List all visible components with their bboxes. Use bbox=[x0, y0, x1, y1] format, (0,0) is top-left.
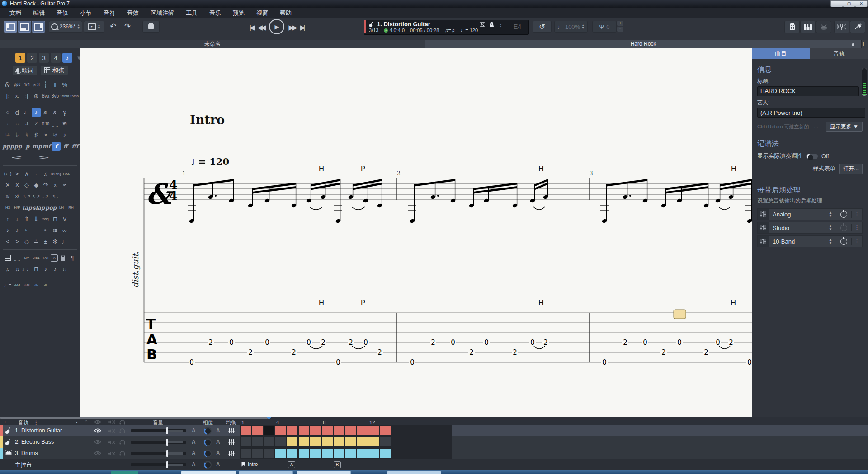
mixer-track-row[interactable]: 1. Distortion GuitarAA bbox=[0, 425, 868, 437]
tab-track[interactable]: 音轨 bbox=[810, 48, 868, 59]
trill-icon[interactable]: tr. bbox=[22, 226, 31, 235]
fretboard-view-button[interactable] bbox=[784, 21, 800, 33]
section-marker-b[interactable]: B bbox=[334, 461, 341, 468]
grid-cell-bar-1[interactable] bbox=[240, 448, 252, 458]
menu-item-视窗[interactable]: 视窗 bbox=[251, 8, 273, 18]
tremolo-picking-icon[interactable]: ═ bbox=[32, 226, 41, 235]
menu-item-区域注解[interactable]: 区域注解 bbox=[146, 8, 179, 18]
section-marker-intro[interactable]: Intro bbox=[241, 461, 258, 467]
quindicesima-15ma-icon[interactable]: 15ma bbox=[60, 92, 69, 101]
dynamic-mf-icon[interactable]: mf bbox=[42, 142, 51, 151]
upstroke-icon[interactable]: V bbox=[60, 215, 69, 224]
rasgueado-icon[interactable]: rasg. bbox=[41, 215, 50, 224]
tempo-marking[interactable]: ♩ = 120 bbox=[191, 156, 229, 167]
doc-tab-hard-rock[interactable]: Hard Rock bbox=[425, 40, 862, 48]
multivoice-button[interactable]: ♪ bbox=[62, 53, 72, 63]
volume-swell-icon[interactable]: ◇ bbox=[22, 237, 31, 246]
stem-auto-icon[interactable]: ♪ bbox=[41, 265, 50, 274]
tuplet-note-icon[interactable]: ♬3 bbox=[32, 80, 41, 89]
alternate-ending-icon[interactable]: x. bbox=[13, 92, 22, 101]
eighth-rest-icon[interactable]: γ bbox=[60, 108, 69, 117]
pinch-harmonic-icon[interactable]: ◆ bbox=[32, 181, 41, 190]
pan-knob[interactable] bbox=[204, 427, 212, 435]
grid-cell-bar-10[interactable] bbox=[344, 437, 356, 447]
slide-ornament-icon[interactable]: ≐ bbox=[32, 237, 41, 246]
grid-cell-bar-2[interactable] bbox=[252, 437, 264, 447]
downstroke-icon[interactable]: ⊓ bbox=[51, 215, 60, 224]
lyrics-button[interactable]: 歌词 bbox=[13, 66, 37, 75]
treble-clef-icon[interactable]: & bbox=[3, 80, 12, 89]
stylesheet-open-button[interactable]: 打开... bbox=[839, 164, 863, 174]
mute-icon[interactable] bbox=[108, 440, 115, 445]
wah-wah-icon[interactable]: ∞ bbox=[60, 226, 69, 235]
ottava-8vb-icon[interactable]: 8vb bbox=[51, 92, 60, 101]
go-to-end-button[interactable]: ▶| bbox=[300, 23, 303, 32]
section-label[interactable]: Intro bbox=[190, 113, 225, 127]
chords-button[interactable]: 和弦 bbox=[41, 66, 68, 75]
effect-power-button[interactable] bbox=[840, 238, 847, 245]
transpose-plus-button[interactable]: + bbox=[617, 21, 623, 26]
taskbar-item[interactable] bbox=[387, 471, 441, 474]
automation-label[interactable]: A bbox=[216, 427, 220, 434]
track-display[interactable]: 1. Distortion Guitar ⋮ E4 3/13 ✓4.0:4.0 … bbox=[364, 20, 529, 35]
grid-cell-bar-2[interactable] bbox=[252, 426, 264, 436]
automation-label[interactable]: A bbox=[192, 439, 196, 445]
grid-cell-bar-9[interactable] bbox=[333, 426, 345, 436]
coda-icon[interactable]: ⊕ bbox=[32, 92, 41, 101]
visibility-eye-icon[interactable] bbox=[94, 451, 101, 455]
channel-eq-button[interactable] bbox=[228, 451, 235, 456]
mute-icon[interactable] bbox=[108, 451, 115, 456]
grid-cell-bar-13[interactable] bbox=[379, 448, 391, 458]
dynamic-ff-icon[interactable]: ff bbox=[61, 142, 70, 151]
grid-cell-bar-9[interactable] bbox=[333, 448, 345, 458]
duration-indicator-icon[interactable]: 2:51 bbox=[32, 253, 41, 263]
fast-forward-button[interactable]: ▶▶ bbox=[289, 23, 296, 32]
transpose-control[interactable]: Ψ 0 bbox=[592, 21, 617, 33]
dead-note-icon[interactable]: ✕ bbox=[3, 181, 12, 190]
flat-icon[interactable]: ♭ bbox=[13, 131, 22, 140]
mixer-track-row[interactable]: 3. DrumsAA bbox=[0, 448, 868, 460]
volume-slider[interactable] bbox=[131, 463, 186, 466]
loop-button[interactable]: ↺ bbox=[533, 21, 552, 33]
tie-icon[interactable]: ‿ bbox=[51, 119, 60, 128]
sixteenth-note-icon[interactable]: ♬ bbox=[41, 108, 50, 117]
artist-input[interactable]: (A.R Power trio) bbox=[757, 108, 865, 118]
duplet-icon[interactable]: -2- bbox=[32, 119, 41, 128]
star-ornament-icon[interactable]: ✻ bbox=[51, 237, 60, 246]
grid-cell-bar-11[interactable] bbox=[356, 426, 368, 436]
automation-label[interactable]: A bbox=[192, 461, 196, 468]
menu-item-文档[interactable]: 文档 bbox=[5, 8, 26, 18]
taskbar-item[interactable] bbox=[181, 471, 236, 474]
visibility-eye-icon[interactable] bbox=[94, 440, 101, 444]
automation-master-icon[interactable]: ılll bbox=[41, 281, 50, 290]
grid-cell-bar-5[interactable] bbox=[287, 426, 298, 436]
chord-diagram-icon[interactable] bbox=[3, 253, 12, 263]
effect-power-button[interactable] bbox=[840, 211, 847, 218]
menu-item-预览[interactable]: 预览 bbox=[228, 8, 250, 18]
flat-sharp-icon[interactable]: ♭♯ bbox=[51, 131, 60, 140]
mixer-track-row[interactable]: 2. Electric BassAA bbox=[0, 436, 868, 448]
whole-note-icon[interactable]: ○ bbox=[3, 108, 12, 117]
keyboard-view-button[interactable] bbox=[800, 21, 816, 33]
beam-split-icon[interactable]: ♩♩ bbox=[22, 265, 31, 274]
slide-down-icon[interactable]: x\ bbox=[13, 192, 22, 201]
brush-voice-icon[interactable]: BV bbox=[22, 253, 31, 263]
drum-view-button[interactable] bbox=[816, 21, 831, 33]
effect-menu-dots[interactable]: ⋮ bbox=[851, 224, 862, 232]
grid-cell-bar-12[interactable] bbox=[368, 448, 380, 458]
pan-knob[interactable] bbox=[204, 461, 212, 469]
double-flat-icon[interactable]: ♭♭ bbox=[3, 131, 12, 140]
fret-hand-icon[interactable]: RH bbox=[66, 203, 75, 212]
add-track-button[interactable]: + bbox=[4, 419, 7, 425]
zoom-control[interactable]: 236%* ▲▼ bbox=[49, 21, 82, 33]
menu-item-音符[interactable]: 音符 bbox=[99, 8, 120, 18]
grid-cell-bar-3[interactable] bbox=[263, 437, 275, 447]
staccato-icon[interactable]: · bbox=[32, 169, 41, 178]
grace-on-beat-icon[interactable]: ♪ bbox=[13, 226, 22, 235]
shift-slide-icon[interactable]: 1‿3 bbox=[32, 192, 41, 201]
menu-item-工具[interactable]: 工具 bbox=[181, 8, 203, 18]
title-input[interactable]: HARD ROCK bbox=[757, 86, 859, 96]
effect-row-studio[interactable]: Studio▲▼⋮ bbox=[757, 222, 863, 234]
score-area[interactable]: &44123HPHHHPHHTAB02020202020202020202020… bbox=[80, 48, 752, 417]
minimize-button[interactable]: — bbox=[830, 0, 843, 7]
